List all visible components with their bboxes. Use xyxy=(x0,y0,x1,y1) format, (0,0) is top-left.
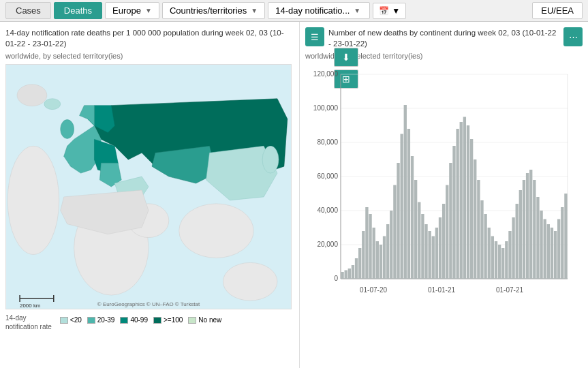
svg-rect-84 xyxy=(512,217,514,279)
svg-text:© EuroGeographics © UN–FAO © T: © EuroGeographics © UN–FAO © Turkstat xyxy=(97,301,200,307)
svg-rect-64 xyxy=(442,204,445,279)
svg-rect-53 xyxy=(404,105,407,279)
svg-point-3 xyxy=(179,204,253,258)
legend-item-lt20: <20 xyxy=(60,316,82,324)
svg-rect-95 xyxy=(551,228,553,279)
svg-rect-77 xyxy=(488,228,491,279)
svg-rect-61 xyxy=(432,236,435,279)
region-dropdown[interactable]: Europe ▼ xyxy=(105,2,159,19)
svg-rect-39 xyxy=(355,258,358,279)
bar-chart: 120,000 100,000 80,000 60,000 40,000 20,… xyxy=(305,64,571,337)
svg-text:120,000: 120,000 xyxy=(313,70,339,78)
chart-title: Number of new deaths by continent during… xyxy=(328,27,559,49)
legend-color-40-99 xyxy=(120,317,128,324)
svg-rect-99 xyxy=(564,194,567,279)
deaths-tab[interactable]: Deaths xyxy=(54,2,102,19)
panel-icon: ☰ xyxy=(305,27,324,46)
map-svg: © EuroGeographics © UN–FAO © Turkstat 20… xyxy=(6,65,291,309)
region-arrow-icon: ▼ xyxy=(145,7,152,14)
eu-eea-button[interactable]: EU/EEA xyxy=(532,2,583,19)
svg-rect-49 xyxy=(390,211,392,279)
bars-group xyxy=(341,105,567,279)
svg-rect-56 xyxy=(414,180,417,279)
svg-rect-83 xyxy=(508,231,511,279)
legend-item-20-39: 20-39 xyxy=(87,316,115,324)
left-panel: 14-day notification rate deaths per 1 00… xyxy=(0,22,300,368)
legend-title: 14-daynotification rate xyxy=(5,313,52,331)
svg-rect-44 xyxy=(372,228,375,279)
legend-item-gte100: >=100 xyxy=(153,316,183,324)
territory-dropdown[interactable]: Countries/territories ▼ xyxy=(162,2,265,19)
svg-rect-92 xyxy=(540,211,542,279)
svg-rect-47 xyxy=(383,236,386,279)
calendar-icon: 📅 xyxy=(379,6,389,16)
svg-rect-54 xyxy=(407,129,410,279)
svg-rect-89 xyxy=(529,170,532,279)
svg-rect-85 xyxy=(516,204,519,279)
svg-rect-45 xyxy=(376,241,379,279)
legend-label-20-39: 20-39 xyxy=(97,316,115,324)
cases-tab[interactable]: Cases xyxy=(5,2,51,19)
right-title-row: ☰ Number of new deaths by continent duri… xyxy=(305,27,583,49)
legend-color-20-39 xyxy=(87,317,95,324)
svg-rect-90 xyxy=(533,180,536,279)
svg-point-6 xyxy=(262,147,279,174)
legend-label-40-99: 40-99 xyxy=(130,316,148,324)
territory-arrow-icon: ▼ xyxy=(251,7,258,14)
region-label: Europe xyxy=(112,5,141,16)
svg-rect-60 xyxy=(428,231,431,279)
svg-rect-57 xyxy=(418,202,420,279)
svg-rect-69 xyxy=(460,122,463,279)
svg-rect-80 xyxy=(498,245,501,279)
legend-color-nonew xyxy=(188,317,196,324)
legend-label-nonew: No new xyxy=(198,316,221,324)
svg-rect-66 xyxy=(449,163,452,279)
svg-rect-42 xyxy=(365,207,368,279)
svg-rect-63 xyxy=(439,217,442,279)
legend-item-nonew: No new xyxy=(188,316,221,324)
svg-rect-88 xyxy=(526,173,529,279)
legend-label-lt20: <20 xyxy=(70,316,82,324)
main-content: 14-day notification rate deaths per 1 00… xyxy=(0,22,588,368)
svg-point-9 xyxy=(17,85,47,106)
svg-point-8 xyxy=(44,99,61,110)
svg-rect-48 xyxy=(386,224,389,279)
svg-text:0: 0 xyxy=(334,275,338,282)
svg-rect-36 xyxy=(345,271,347,279)
legend-color-gte100 xyxy=(153,317,161,324)
svg-rect-97 xyxy=(557,219,560,279)
notification-arrow-icon: ▼ xyxy=(354,7,360,14)
svg-rect-70 xyxy=(463,117,466,279)
svg-rect-93 xyxy=(544,219,546,279)
notification-dropdown[interactable]: 14-day notificatio... ▼ xyxy=(268,2,370,19)
svg-point-7 xyxy=(61,120,74,139)
svg-rect-96 xyxy=(554,231,557,279)
legend-label-gte100: >=100 xyxy=(164,316,183,324)
top-navigation: Cases Deaths Europe ▼ Countries/territor… xyxy=(0,0,588,22)
svg-rect-79 xyxy=(495,241,497,279)
calendar-arrow-icon: ▼ xyxy=(392,6,400,16)
svg-rect-38 xyxy=(352,265,354,279)
svg-rect-87 xyxy=(523,180,525,279)
svg-rect-43 xyxy=(369,214,371,279)
svg-rect-86 xyxy=(519,190,522,279)
notification-label: 14-day notificatio... xyxy=(275,5,350,16)
svg-text:80,000: 80,000 xyxy=(317,138,338,146)
svg-rect-51 xyxy=(397,163,399,279)
svg-rect-58 xyxy=(421,214,424,279)
svg-rect-46 xyxy=(380,245,382,279)
svg-rect-78 xyxy=(491,236,494,279)
right-panel: ☰ Number of new deaths by continent duri… xyxy=(300,22,588,368)
calendar-button[interactable]: 📅 ▼ xyxy=(373,3,406,19)
legend-color-lt20 xyxy=(60,317,68,324)
svg-rect-62 xyxy=(435,228,438,279)
svg-rect-71 xyxy=(467,125,469,279)
svg-text:100,000: 100,000 xyxy=(313,104,339,112)
svg-text:01-07-20: 01-07-20 xyxy=(360,286,387,294)
svg-rect-67 xyxy=(452,146,455,279)
svg-rect-91 xyxy=(536,197,539,279)
svg-rect-35 xyxy=(341,272,343,279)
svg-rect-52 xyxy=(400,134,403,279)
map-container[interactable]: © EuroGeographics © UN–FAO © Turkstat 20… xyxy=(5,64,292,309)
legend-item-40-99: 40-99 xyxy=(120,316,148,324)
